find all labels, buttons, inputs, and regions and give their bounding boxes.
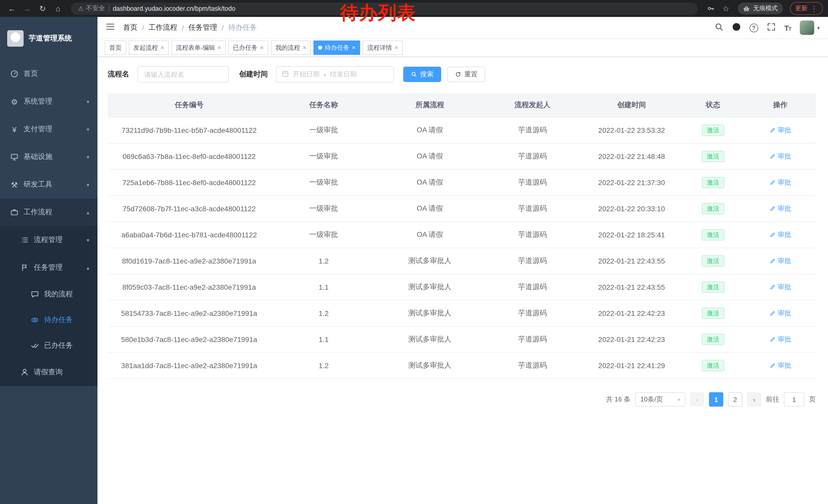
- annotation-text: 待办列表: [340, 4, 416, 22]
- sidebar-item-payment[interactable]: ¥ 支付管理 ▾: [0, 116, 97, 143]
- approve-link[interactable]: 审批: [770, 152, 791, 161]
- task-name-cell: 1.2: [271, 248, 377, 274]
- search-icon[interactable]: [714, 22, 723, 33]
- tab-my-process[interactable]: 我的流程×: [271, 41, 311, 55]
- approve-link[interactable]: 审批: [770, 335, 791, 344]
- sidebar-item-home[interactable]: 首页: [0, 60, 97, 88]
- close-icon[interactable]: ×: [260, 44, 264, 51]
- start-date-placeholder: 开始日期: [293, 70, 320, 79]
- task-created-cell: 2022-01-22 20:33:10: [582, 196, 681, 222]
- back-icon[interactable]: ←: [5, 2, 18, 15]
- sidebar-item-process-management[interactable]: 流程管理 ▾: [0, 226, 97, 254]
- help-icon[interactable]: ?: [749, 23, 758, 32]
- goto-page-input[interactable]: [784, 392, 804, 407]
- bookmark-star-icon[interactable]: ☆: [719, 2, 733, 15]
- task-id-cell: 381aa1dd-7ac8-11ec-a9e2-a2380e71991a: [108, 353, 271, 379]
- status-badge: 激活: [702, 177, 724, 188]
- create-time-label: 创建时间: [239, 70, 268, 79]
- close-icon[interactable]: ×: [395, 44, 398, 51]
- approve-link[interactable]: 审批: [770, 204, 791, 213]
- task-process-cell: OA 请假: [377, 222, 483, 248]
- process-name-input[interactable]: [137, 66, 229, 83]
- page-button-1[interactable]: 1: [709, 392, 723, 407]
- goto-label: 前往: [766, 395, 779, 404]
- sidebar-toggle-icon[interactable]: [106, 22, 115, 33]
- chat-icon: [31, 290, 39, 299]
- close-icon[interactable]: ×: [161, 44, 164, 51]
- app-logo-row[interactable]: 芋道管理系统: [0, 17, 97, 60]
- screen: ← → ↻ ⌂ ⚠ 不安全 dashboard.yudao.iocoder.cn…: [0, 0, 828, 504]
- tab-home[interactable]: 首页: [105, 41, 126, 55]
- sidebar-item-done-task[interactable]: 已办任务: [0, 333, 97, 358]
- approve-link[interactable]: 审批: [770, 361, 791, 370]
- task-process-cell: OA 请假: [377, 196, 483, 222]
- fullscreen-icon[interactable]: [767, 22, 776, 33]
- sidebar-menu: 首页 ⚙ 系统管理 ▾ ¥ 支付管理 ▾ 基础设施 ▾: [0, 60, 97, 386]
- not-secure-label: ⚠ 不安全: [78, 4, 105, 13]
- tab-start-process[interactable]: 发起流程×: [129, 41, 169, 55]
- eye-icon: [31, 316, 39, 324]
- task-table-body: 73211d9d-7b9b-11ec-b5b7-acde48001122 一级审…: [108, 117, 816, 379]
- task-process-cell: OA 请假: [377, 170, 483, 196]
- breadcrumb: 首页 / 工作流程 / 任务管理 / 待办任务: [123, 23, 257, 32]
- browser-menu-icon[interactable]: ⋮: [811, 4, 818, 12]
- close-icon[interactable]: ×: [217, 44, 221, 51]
- approve-link[interactable]: 审批: [770, 282, 791, 292]
- github-icon[interactable]: [732, 22, 741, 33]
- approve-link[interactable]: 审批: [770, 230, 791, 239]
- task-action-cell: 审批: [745, 353, 816, 379]
- prev-page-button[interactable]: ‹: [690, 392, 704, 407]
- task-status-cell: 激活: [681, 196, 745, 222]
- table-row: 381aa1dd-7ac8-11ec-a9e2-a2380e71991a 1.2…: [108, 353, 816, 379]
- task-action-cell: 审批: [745, 274, 816, 300]
- breadcrumb-home[interactable]: 首页: [123, 23, 137, 32]
- sidebar-item-workflow[interactable]: 工作流程 ▴: [0, 198, 97, 226]
- sidebar: 芋道管理系统 首页 ⚙ 系统管理 ▾ ¥ 支付管理 ▾: [0, 17, 97, 504]
- sidebar-item-leave-query[interactable]: 请假查询: [0, 358, 97, 386]
- reload-icon[interactable]: ↻: [36, 2, 49, 15]
- table-header-row: 任务编号 任务名称 所属流程 流程发起人 创建时间 状态 操作: [108, 93, 816, 117]
- task-initiator-cell: 芋道源码: [483, 196, 582, 222]
- sidebar-item-my-process[interactable]: 我的流程: [0, 281, 97, 307]
- task-process-cell: OA 请假: [377, 117, 483, 143]
- tab-done-task[interactable]: 已办任务×: [228, 41, 268, 55]
- page-button-2[interactable]: 2: [728, 392, 742, 407]
- col-status: 状态: [681, 93, 745, 117]
- task-created-cell: 2022-01-22 21:37:30: [582, 170, 681, 196]
- next-page-button[interactable]: ›: [747, 392, 761, 407]
- page-size-select[interactable]: 10条/页 ▾: [635, 392, 686, 407]
- update-button[interactable]: 更新 ⋮: [790, 2, 823, 15]
- close-icon[interactable]: ×: [352, 44, 356, 51]
- breadcrumb-workflow[interactable]: 工作流程: [149, 23, 177, 32]
- status-badge: 激活: [702, 334, 724, 345]
- col-actions: 操作: [745, 93, 816, 117]
- forward-icon[interactable]: →: [20, 2, 34, 15]
- font-size-icon[interactable]: TT: [784, 23, 791, 32]
- close-icon[interactable]: ×: [303, 44, 306, 51]
- user-menu[interactable]: ▾: [800, 20, 820, 35]
- task-name-cell: 1.2: [271, 353, 377, 379]
- task-created-cell: 2022-01-21 22:41:29: [582, 353, 681, 379]
- status-badge: 激活: [702, 360, 724, 371]
- tab-todo-task[interactable]: 待办任务×: [314, 41, 360, 55]
- sidebar-item-task-management[interactable]: 任务管理 ▴: [0, 254, 97, 281]
- approve-link[interactable]: 审批: [770, 309, 791, 318]
- sidebar-item-todo-task[interactable]: 待办任务: [0, 307, 97, 333]
- approve-link[interactable]: 审批: [770, 178, 791, 187]
- sidebar-item-infrastructure[interactable]: 基础设施 ▾: [0, 143, 97, 171]
- col-task-id: 任务编号: [108, 93, 271, 117]
- range-separator: -: [324, 71, 326, 78]
- approve-link[interactable]: 审批: [770, 126, 791, 135]
- sidebar-item-devtools[interactable]: ⚒ 研发工具 ▾: [0, 171, 97, 198]
- status-badge: 激活: [702, 281, 724, 293]
- sidebar-item-system[interactable]: ⚙ 系统管理 ▾: [0, 88, 97, 116]
- password-key-icon[interactable]: [704, 2, 717, 15]
- search-button[interactable]: 搜索: [403, 67, 441, 82]
- tab-form-edit[interactable]: 流程表单-编辑×: [171, 41, 226, 55]
- tab-process-detail[interactable]: 流程详情×: [363, 41, 403, 55]
- breadcrumb-task-management[interactable]: 任务管理: [189, 23, 217, 32]
- date-range-picker[interactable]: 开始日期 - 结束日期: [276, 66, 394, 83]
- reset-button[interactable]: 重置: [447, 67, 485, 82]
- approve-link[interactable]: 审批: [770, 256, 791, 266]
- home-icon[interactable]: ⌂: [51, 2, 65, 15]
